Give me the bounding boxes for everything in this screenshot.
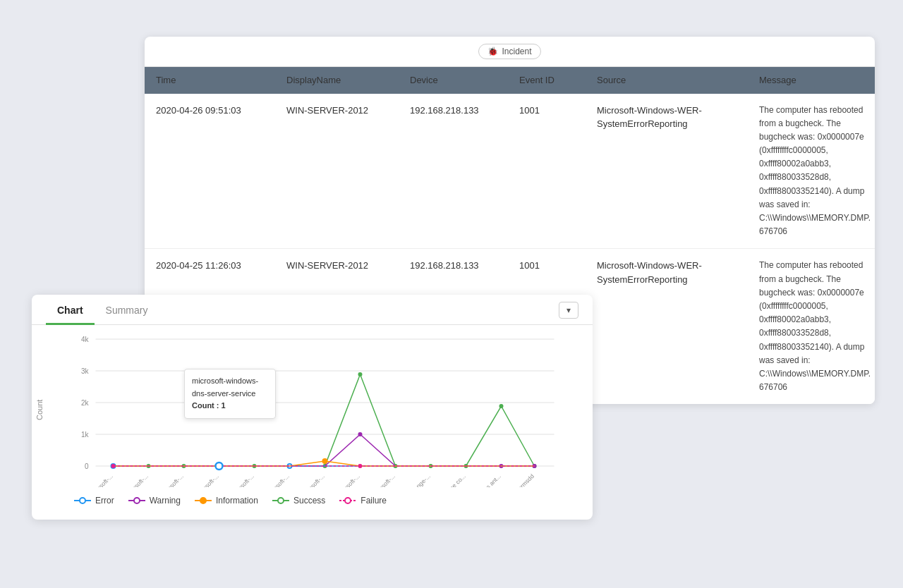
col-message: Message xyxy=(759,73,863,87)
col-source: Source xyxy=(597,73,759,87)
col-time: Time xyxy=(156,73,286,87)
svg-text:service co...: service co... xyxy=(440,472,467,487)
incident-label: Incident xyxy=(502,47,531,56)
cell-eventid-2: 1001 xyxy=(519,259,597,273)
legend-warning-icon xyxy=(128,496,145,505)
svg-point-38 xyxy=(358,432,363,436)
svg-point-51 xyxy=(134,498,140,503)
legend-error-label: Error xyxy=(95,496,114,506)
svg-point-57 xyxy=(345,498,351,503)
svg-text:sophos ant...: sophos ant... xyxy=(473,472,502,487)
incident-badge: 🐞 Incident xyxy=(478,44,540,59)
svg-text:msexchange-...: msexchange-... xyxy=(398,472,432,487)
legend-success-icon xyxy=(272,496,289,505)
col-eventid: Event ID xyxy=(519,73,597,87)
legend-success-label: Success xyxy=(293,496,325,506)
svg-point-34 xyxy=(499,404,504,408)
chart-legend: Error Warning Information Success xyxy=(32,487,593,506)
cell-message-2: The computer has rebooted from a bugchec… xyxy=(759,259,875,394)
cell-eventid-1: 1001 xyxy=(519,104,597,118)
tab-summary[interactable]: Summary xyxy=(95,295,159,325)
legend-warning-label: Warning xyxy=(150,496,181,506)
svg-text:microsoft-...: microsoft-... xyxy=(369,472,396,487)
chart-svg: 4k 3k 2k 1k 0 microsoft-... microsoft-..… xyxy=(47,332,582,487)
legend-information-icon xyxy=(195,496,212,505)
svg-text:2k: 2k xyxy=(81,399,90,407)
svg-point-53 xyxy=(200,498,206,503)
chart-tooltip: microsoft-windows-dns-server-service Cou… xyxy=(184,369,276,419)
table-header: Time DisplayName Device Event ID Source … xyxy=(145,67,875,94)
svg-text:4k: 4k xyxy=(81,336,90,343)
svg-point-47 xyxy=(216,463,223,470)
svg-text:0: 0 xyxy=(85,463,89,470)
bug-icon: 🐞 xyxy=(487,47,498,56)
cell-displayname-2: WIN-SERVER-2012 xyxy=(286,259,410,273)
tooltip-service: microsoft-windows-dns-server-service xyxy=(192,375,268,400)
svg-text:microsoft-...: microsoft-... xyxy=(122,472,149,487)
legend-success: Success xyxy=(272,496,325,506)
svg-text:microsoft-...: microsoft-... xyxy=(87,472,114,487)
svg-text:microsoft-...: microsoft-... xyxy=(298,472,325,487)
col-device: Device xyxy=(410,73,519,87)
svg-text:microsoft-...: microsoft-... xyxy=(228,472,255,487)
chart-dropdown-button[interactable]: ▾ xyxy=(559,302,578,319)
cell-device-1: 192.168.218.133 xyxy=(410,104,519,118)
svg-point-45 xyxy=(111,464,116,468)
col-displayname: DisplayName xyxy=(286,73,410,87)
legend-warning: Warning xyxy=(128,496,181,506)
chart-container: Count 4k 3k 2k 1k 0 microsoft-... micros… xyxy=(32,332,593,487)
tab-bar: Chart Summary xyxy=(32,295,593,325)
svg-text:microsoft-...: microsoft-... xyxy=(193,472,219,487)
cell-message-1: The computer has rebooted from a bugchec… xyxy=(759,104,875,239)
y-axis-label: Count xyxy=(35,332,44,487)
svg-point-44 xyxy=(322,458,328,464)
cell-source-2: Microsoft-Windows-WER-SystemErrorReporti… xyxy=(597,259,759,286)
svg-text:microsoft-...: microsoft-... xyxy=(157,472,184,487)
svg-text:microsoft-...: microsoft-... xyxy=(334,472,360,487)
cell-displayname-1: WIN-SERVER-2012 xyxy=(286,104,410,118)
cell-time-1: 2020-04-26 09:51:03 xyxy=(156,104,286,118)
legend-information: Information xyxy=(195,496,258,506)
legend-failure-icon xyxy=(339,496,356,505)
svg-point-55 xyxy=(278,498,284,503)
legend-error-icon xyxy=(74,496,91,505)
tab-chart[interactable]: Chart xyxy=(46,295,95,325)
tooltip-count: Count : 1 xyxy=(192,400,268,412)
svg-point-30 xyxy=(358,372,363,376)
table-row: 2020-04-26 09:51:03 WIN-SERVER-2012 192.… xyxy=(145,94,875,250)
svg-text:microsoft-...: microsoft-... xyxy=(263,472,290,487)
svg-point-49 xyxy=(80,498,85,503)
legend-error: Error xyxy=(74,496,114,506)
svg-text:3k: 3k xyxy=(81,367,90,375)
svg-text:1k: 1k xyxy=(81,431,90,439)
cell-source-1: Microsoft-Windows-WER-SystemErrorReporti… xyxy=(597,104,759,131)
svg-text:termsdd: termsdd xyxy=(515,472,535,487)
cell-device-2: 192.168.218.133 xyxy=(410,259,519,273)
chart-panel: Chart Summary ▾ Count 4k 3k 2k 1k 0 m xyxy=(32,295,593,520)
legend-failure: Failure xyxy=(339,496,387,506)
legend-information-label: Information xyxy=(216,496,258,506)
chart-area: 4k 3k 2k 1k 0 microsoft-... microsoft-..… xyxy=(47,332,582,487)
cell-time-2: 2020-04-25 11:26:03 xyxy=(156,259,286,273)
svg-point-46 xyxy=(358,464,363,468)
incident-title-bar: 🐞 Incident xyxy=(145,37,875,67)
legend-failure-label: Failure xyxy=(360,496,387,506)
